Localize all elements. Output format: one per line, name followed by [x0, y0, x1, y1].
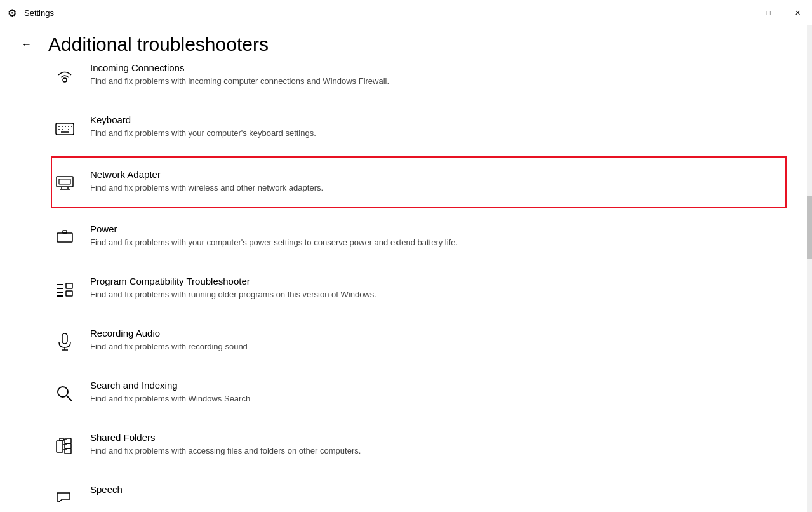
speech-icon — [52, 485, 77, 503]
speech-name: Speech — [90, 484, 123, 495]
page-title: Additional troubleshooters — [48, 33, 269, 56]
svg-rect-17 — [57, 233, 72, 242]
network-adapter-desc: Find and fix problems with wireless and … — [90, 182, 323, 194]
window-controls: ─ □ ✕ — [724, 0, 812, 25]
svg-rect-33 — [65, 438, 71, 443]
svg-rect-25 — [62, 333, 67, 344]
list-item-incoming-connections[interactable]: Incoming Connections Find and fix proble… — [51, 61, 787, 102]
incoming-connections-icon — [52, 64, 77, 89]
recording-audio-icon — [52, 329, 77, 354]
power-icon — [52, 225, 77, 250]
shared-folders-desc: Find and fix problems with accessing fil… — [90, 445, 361, 457]
incoming-connections-text: Incoming Connections Find and fix proble… — [90, 62, 389, 87]
shared-folders-name: Shared Folders — [90, 432, 361, 443]
incoming-connections-name: Incoming Connections — [90, 62, 389, 73]
svg-rect-24 — [66, 291, 72, 296]
svg-rect-18 — [63, 231, 67, 233]
back-button[interactable]: ← — [15, 33, 38, 56]
program-compatibility-icon — [52, 277, 77, 302]
svg-rect-1 — [56, 123, 74, 135]
svg-rect-35 — [65, 443, 71, 448]
window-title: Settings — [24, 8, 54, 18]
shared-folders-text: Shared Folders Find and fix problems wit… — [90, 432, 361, 457]
recording-audio-desc: Find and fix problems with recording sou… — [90, 341, 248, 353]
scrollbar-track — [807, 25, 812, 512]
title-bar: ⚙ Settings ─ □ ✕ — [0, 0, 812, 25]
search-indexing-desc: Find and fix problems with Windows Searc… — [90, 393, 250, 405]
svg-rect-30 — [57, 441, 63, 452]
network-adapter-text: Network Adapter Find and fix problems wi… — [90, 169, 323, 194]
keyboard-desc: Find and fix problems with your computer… — [90, 128, 316, 139]
keyboard-icon — [52, 116, 77, 141]
list-item-search-indexing[interactable]: Search and Indexing Find and fix problem… — [51, 367, 787, 419]
minimize-button[interactable]: ─ — [724, 0, 754, 25]
keyboard-text: Keyboard Find and fix problems with your… — [90, 114, 316, 139]
list-item-keyboard[interactable]: Keyboard Find and fix problems with your… — [51, 102, 787, 154]
recording-audio-name: Recording Audio — [90, 328, 248, 339]
power-name: Power — [90, 224, 458, 234]
search-indexing-icon — [52, 381, 77, 407]
program-compatibility-name: Program Compatibility Troubleshooter — [90, 276, 376, 286]
shared-folders-icon — [52, 433, 77, 459]
program-compatibility-text: Program Compatibility Troubleshooter Fin… — [90, 276, 376, 300]
list-item-recording-audio[interactable]: Recording Audio Find and fix problems wi… — [51, 315, 787, 367]
power-desc: Find and fix problems with your computer… — [90, 237, 458, 248]
list-item-power[interactable]: Power Find and fix problems with your co… — [51, 211, 787, 263]
page-header: ← Additional troubleshooters — [0, 25, 812, 61]
list-item-speech[interactable]: Speech — [51, 471, 787, 503]
incoming-connections-desc: Find and fix problems with incoming comp… — [90, 76, 389, 87]
search-indexing-name: Search and Indexing — [90, 380, 250, 391]
svg-rect-23 — [66, 283, 72, 288]
settings-icon: ⚙ — [8, 7, 17, 19]
program-compatibility-desc: Find and fix problems with running older… — [90, 289, 376, 300]
maximize-button[interactable]: □ — [754, 0, 783, 25]
svg-point-0 — [63, 78, 67, 82]
title-bar-left: ⚙ Settings — [0, 7, 54, 19]
list-item-program-compatibility[interactable]: Program Compatibility Troubleshooter Fin… — [51, 263, 787, 315]
content-area[interactable]: Incoming Connections Find and fix proble… — [0, 61, 812, 512]
network-adapter-icon — [52, 170, 77, 196]
list-item-shared-folders[interactable]: Shared Folders Find and fix problems wit… — [51, 419, 787, 471]
network-adapter-name: Network Adapter — [90, 169, 323, 180]
power-text: Power Find and fix problems with your co… — [90, 224, 458, 248]
svg-rect-37 — [65, 448, 71, 454]
speech-text: Speech — [90, 484, 123, 497]
list-item-network-adapter[interactable]: Network Adapter Find and fix problems wi… — [51, 156, 787, 208]
scrollbar-thumb[interactable] — [807, 196, 812, 259]
svg-point-28 — [58, 387, 68, 397]
search-indexing-text: Search and Indexing Find and fix problem… — [90, 380, 250, 405]
recording-audio-text: Recording Audio Find and fix problems wi… — [90, 328, 248, 353]
close-button[interactable]: ✕ — [783, 0, 812, 25]
keyboard-name: Keyboard — [90, 114, 316, 125]
svg-line-29 — [67, 396, 72, 401]
svg-rect-13 — [59, 179, 70, 184]
